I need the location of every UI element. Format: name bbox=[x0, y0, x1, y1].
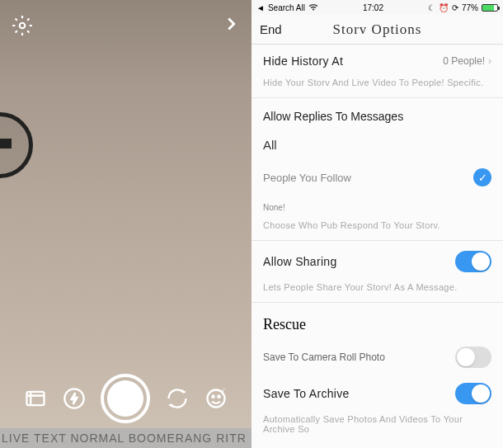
option-label: None! bbox=[263, 203, 285, 212]
settings-panel: ◄ Search All 17:02 ☾ ⏰ ⟳ 77% End Storv O… bbox=[252, 0, 503, 448]
replies-option-none[interactable]: None! bbox=[252, 195, 503, 220]
save-camera-roll-toggle[interactable] bbox=[455, 347, 491, 368]
settings-gear-icon[interactable] bbox=[12, 15, 33, 36]
svg-point-0 bbox=[20, 23, 26, 29]
option-label: People You Follow bbox=[263, 172, 351, 184]
svg-point-4 bbox=[212, 396, 214, 398]
replies-option-all[interactable]: All bbox=[252, 130, 503, 160]
svg-rect-1 bbox=[27, 392, 45, 405]
search-label: Search All bbox=[268, 3, 305, 12]
page-title: Storv Options bbox=[333, 21, 422, 38]
hide-history-helper: Hide Your Storv And Live Video To People… bbox=[252, 78, 503, 97]
save-camera-roll-row[interactable]: Save To Camera Roll Photo bbox=[252, 342, 503, 373]
forward-arrow-icon[interactable] bbox=[222, 15, 240, 33]
rescue-helper: Automatically Save Photos And Videos To … bbox=[252, 414, 503, 444]
camera-mode-strip[interactable]: LIVE TEXT NORMAL BOOMERANG RITR bbox=[0, 428, 252, 448]
svg-point-3 bbox=[207, 390, 224, 408]
replies-option-following[interactable]: People You Follow ✓ bbox=[252, 160, 503, 195]
battery-icon bbox=[482, 4, 498, 12]
gallery-icon[interactable] bbox=[24, 387, 47, 410]
hide-history-row[interactable]: Hide History At 0 People! › bbox=[252, 45, 503, 78]
allow-sharing-helper: Lets People Share Your Storv! As A Messa… bbox=[252, 282, 503, 302]
shutter-inner bbox=[107, 380, 143, 417]
alarm-icon: ⏰ bbox=[439, 3, 449, 12]
rotation-lock-icon: ⟳ bbox=[452, 3, 458, 12]
allow-sharing-label: Allow Sharing bbox=[263, 255, 337, 268]
camera-controls bbox=[0, 374, 252, 423]
status-time: 17:02 bbox=[363, 3, 383, 12]
hide-history-label: Hide History At bbox=[263, 54, 343, 68]
background-object bbox=[0, 139, 12, 149]
end-button[interactable]: End bbox=[260, 22, 282, 36]
allow-sharing-row[interactable]: Allow Sharing bbox=[252, 241, 503, 282]
save-archive-row[interactable]: Save To Archive bbox=[252, 373, 503, 414]
save-archive-label: Save To Archive bbox=[263, 387, 350, 400]
flash-icon[interactable] bbox=[63, 387, 86, 410]
svg-point-5 bbox=[218, 396, 219, 398]
nav-bar: End Storv Options bbox=[252, 15, 503, 45]
status-bar: ◄ Search All 17:02 ☾ ⏰ ⟳ 77% bbox=[252, 0, 503, 15]
face-filter-icon[interactable] bbox=[204, 387, 228, 410]
wifi-icon bbox=[308, 3, 318, 12]
moon-icon: ☾ bbox=[428, 3, 435, 12]
check-icon: ✓ bbox=[473, 168, 491, 186]
camera-viewfinder: LIVE TEXT NORMAL BOOMERANG RITR bbox=[0, 0, 252, 448]
replies-section-title: Allow Replies To Messages bbox=[252, 98, 503, 130]
rescue-section-title: Rescue bbox=[252, 303, 503, 342]
allow-sharing-toggle[interactable] bbox=[455, 251, 491, 272]
settings-content[interactable]: Hide History At 0 People! › Hide Your St… bbox=[252, 45, 503, 448]
shutter-button[interactable] bbox=[101, 374, 150, 423]
option-label: All bbox=[263, 138, 277, 152]
save-archive-toggle[interactable] bbox=[455, 383, 491, 404]
battery-percent: 77% bbox=[462, 3, 478, 12]
hide-history-value: 0 People! bbox=[443, 55, 485, 67]
back-app-icon[interactable]: ◄ bbox=[256, 3, 265, 12]
save-camera-roll-label: Save To Camera Roll Photo bbox=[263, 351, 385, 363]
replies-helper: Choose Who Pub Respond To Your Storv. bbox=[252, 220, 503, 240]
chevron-right-icon: › bbox=[488, 55, 491, 67]
switch-camera-icon[interactable] bbox=[166, 387, 189, 410]
